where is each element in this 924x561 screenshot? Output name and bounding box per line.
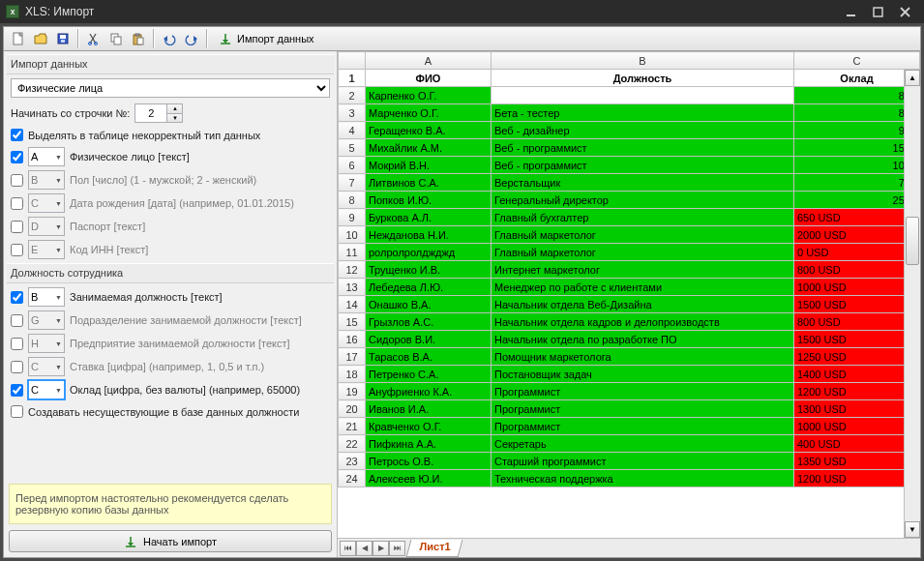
cell[interactable]: Попков И.Ю.: [366, 192, 492, 209]
cell[interactable]: Верстальщик: [492, 174, 794, 192]
row-header[interactable]: 14: [339, 296, 366, 313]
cell[interactable]: 800 USD: [794, 261, 920, 279]
new-button[interactable]: [8, 28, 29, 49]
cell[interactable]: 1000: [794, 157, 920, 174]
cell[interactable]: Тарасов В.А.: [366, 348, 492, 366]
cell[interactable]: Секретарь: [492, 435, 794, 453]
row-header[interactable]: 15: [339, 313, 366, 331]
cell[interactable]: Лебедева Л.Ю.: [366, 279, 492, 296]
row-header[interactable]: 21: [339, 418, 366, 435]
row-header[interactable]: 7: [339, 174, 366, 192]
cell[interactable]: Бета - тестер: [492, 104, 794, 122]
cell[interactable]: Алексеев Ю.И.: [366, 470, 492, 487]
cell[interactable]: 800: [794, 104, 920, 122]
cell[interactable]: Постановщик задач: [492, 366, 794, 383]
cell[interactable]: Трущенко И.В.: [366, 261, 492, 279]
cell[interactable]: Михайлик А.М.: [366, 139, 492, 157]
cell[interactable]: Старший программист: [492, 453, 794, 470]
cell[interactable]: Веб - программист: [492, 139, 794, 157]
cell[interactable]: Петренко С.А.: [366, 366, 492, 383]
cell[interactable]: Сидоров В.И.: [366, 331, 492, 348]
field-checkbox[interactable]: [11, 314, 23, 327]
cell[interactable]: Главный маркетолог: [492, 244, 794, 261]
redo-button[interactable]: [181, 28, 202, 49]
entity-type-combo[interactable]: Физические лица: [11, 78, 330, 98]
cell[interactable]: Главный бухгалтер: [492, 209, 794, 226]
field-checkbox[interactable]: [11, 338, 23, 350]
sheet-tab[interactable]: Лист1: [406, 540, 463, 557]
close-button[interactable]: [891, 3, 918, 20]
field-checkbox[interactable]: [11, 291, 23, 304]
cell[interactable]: 1250 USD: [794, 348, 920, 366]
row-header[interactable]: 13: [339, 279, 366, 296]
col-header[interactable]: A: [366, 52, 492, 70]
cell[interactable]: 1400 USD: [794, 366, 920, 383]
cell[interactable]: 1200 USD: [794, 470, 920, 487]
field-checkbox[interactable]: [11, 384, 23, 397]
sheet-nav-last[interactable]: ⏭: [389, 541, 405, 556]
field-checkbox[interactable]: [11, 174, 23, 187]
cell[interactable]: Карпенко О.Г.: [366, 87, 492, 104]
open-button[interactable]: [30, 28, 51, 49]
cell[interactable]: Кравченко О.Г.: [366, 418, 492, 435]
cell[interactable]: 800 USD: [794, 313, 920, 331]
cell[interactable]: Мокрий В.Н.: [366, 157, 492, 174]
cell[interactable]: Онашко В.А.: [366, 296, 492, 313]
cell[interactable]: 2500: [794, 192, 920, 209]
cell[interactable]: Литвинов С.А.: [366, 174, 492, 192]
row-header[interactable]: 9: [339, 209, 366, 226]
cell[interactable]: 1500 USD: [794, 331, 920, 348]
row-header[interactable]: 6: [339, 157, 366, 174]
row-header[interactable]: 22: [339, 435, 366, 453]
cell[interactable]: Помощник маркетолога: [492, 348, 794, 366]
cell[interactable]: 900: [794, 122, 920, 139]
cell[interactable]: 2000 USD: [794, 226, 920, 244]
cell[interactable]: Техническая поддержка: [492, 470, 794, 487]
row-header[interactable]: 3: [339, 104, 366, 122]
cell[interactable]: 750: [794, 174, 920, 192]
cell[interactable]: [492, 87, 794, 104]
data-grid[interactable]: ABC1ФИОДолжностьОклад2Карпенко О.Г.8003М…: [338, 51, 920, 487]
cell[interactable]: Веб - программист: [492, 157, 794, 174]
cell[interactable]: Программист: [492, 400, 794, 418]
vertical-scrollbar[interactable]: ▲ ▼: [904, 70, 920, 538]
row-header[interactable]: 1: [339, 70, 366, 87]
cell[interactable]: Интернет маркетолог: [492, 261, 794, 279]
scroll-up-button[interactable]: ▲: [905, 70, 920, 86]
start-import-button[interactable]: Начать импорт: [9, 530, 332, 552]
paste-button[interactable]: [128, 28, 149, 49]
cell[interactable]: Марченко О.Г.: [366, 104, 492, 122]
row-header[interactable]: 17: [339, 348, 366, 366]
cell[interactable]: 0 USD: [794, 244, 920, 261]
cell[interactable]: Веб - дизайнер: [492, 122, 794, 139]
cell[interactable]: ролролролджджд: [366, 244, 492, 261]
column-selector[interactable]: C▼: [28, 380, 65, 399]
cell[interactable]: Начальник отдела Веб-Дизайна: [492, 296, 794, 313]
column-selector[interactable]: B▼: [28, 287, 65, 307]
sheet-nav-first[interactable]: ⏮: [340, 541, 356, 556]
field-checkbox[interactable]: [11, 151, 23, 163]
cell[interactable]: 1000 USD: [794, 279, 920, 296]
row-header[interactable]: 4: [339, 122, 366, 139]
field-checkbox[interactable]: [11, 197, 23, 210]
row-header[interactable]: 5: [339, 139, 366, 157]
row-header[interactable]: 24: [339, 470, 366, 487]
cell[interactable]: 1350 USD: [794, 453, 920, 470]
cell[interactable]: 1500 USD: [794, 296, 920, 313]
cell[interactable]: 1500: [794, 139, 920, 157]
col-header[interactable]: B: [492, 52, 794, 70]
corner-cell[interactable]: [339, 52, 366, 70]
spin-buttons[interactable]: ▲▼: [167, 103, 183, 123]
row-header[interactable]: 2: [339, 87, 366, 104]
scroll-thumb[interactable]: [906, 217, 919, 265]
maximize-button[interactable]: [864, 3, 891, 20]
row-header[interactable]: 12: [339, 261, 366, 279]
cell[interactable]: Начальник отдела кадров и делопроизводст…: [492, 313, 794, 331]
row-header[interactable]: 16: [339, 331, 366, 348]
cell[interactable]: 650 USD: [794, 209, 920, 226]
cell[interactable]: Геращенко В.А.: [366, 122, 492, 139]
row-header[interactable]: 8: [339, 192, 366, 209]
cell[interactable]: Нежданова Н.И.: [366, 226, 492, 244]
save-button[interactable]: [52, 28, 74, 49]
row-header[interactable]: 10: [339, 226, 366, 244]
